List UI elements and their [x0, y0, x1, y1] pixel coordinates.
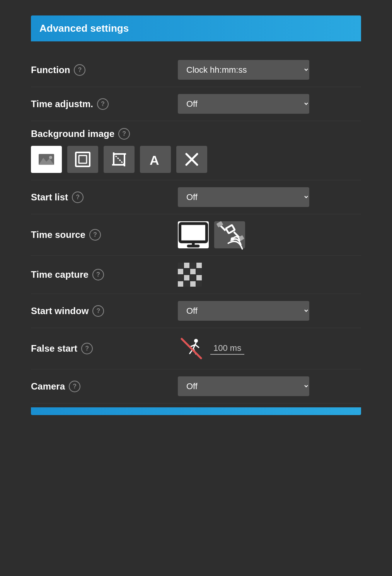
time-source-row: Time source ?: [31, 214, 361, 256]
bg-image-text-button[interactable]: A: [140, 146, 171, 173]
time-capture-help-icon[interactable]: ?: [92, 269, 104, 280]
function-row: Function ? Clock hh:mm:ss: [31, 53, 361, 87]
start-list-control: Off: [178, 187, 361, 207]
svg-rect-3: [76, 152, 90, 166]
time-capture-checker-icon[interactable]: [178, 263, 202, 287]
close-icon: [183, 151, 200, 168]
text-icon: A: [147, 151, 164, 168]
satellite-icon: [214, 219, 245, 250]
background-image-label: Background image: [31, 128, 114, 139]
bg-image-photo-button[interactable]: [31, 146, 62, 173]
false-start-label: False start: [31, 343, 77, 354]
camera-label: Camera: [31, 381, 65, 392]
function-help-icon[interactable]: ?: [74, 64, 85, 76]
function-dropdown[interactable]: Clock hh:mm:ss: [178, 60, 309, 80]
camera-row: Camera ? Off: [31, 369, 361, 403]
camera-control: Off: [178, 376, 361, 396]
time-source-control: [178, 221, 361, 248]
function-label-group: Function ?: [31, 64, 178, 76]
svg-line-28: [182, 339, 201, 358]
screen-icon: [178, 219, 209, 250]
svg-rect-13: [180, 224, 206, 242]
start-window-dropdown[interactable]: Off: [178, 301, 309, 321]
background-image-help-icon[interactable]: ?: [118, 128, 130, 140]
svg-rect-4: [79, 156, 87, 163]
svg-rect-16: [226, 225, 235, 234]
svg-line-27: [195, 345, 199, 348]
time-source-screen-button[interactable]: [178, 221, 209, 248]
advanced-settings-container: Advanced settings Function ? Clock hh:mm…: [31, 15, 361, 561]
svg-point-22: [194, 339, 198, 343]
start-window-control: Off: [178, 301, 361, 321]
start-list-help-icon[interactable]: ?: [72, 191, 84, 203]
time-capture-label-group: Time capture ?: [31, 269, 178, 280]
photo-icon: [38, 151, 55, 168]
false-start-icon[interactable]: [178, 335, 205, 362]
start-list-label-group: Start list ?: [31, 191, 178, 203]
time-adjustment-label-group: Time adjustm. ?: [31, 98, 178, 110]
function-control: Clock hh:mm:ss: [178, 60, 361, 80]
camera-help-icon[interactable]: ?: [69, 381, 80, 392]
start-window-help-icon[interactable]: ?: [92, 305, 104, 317]
time-source-satellite-button[interactable]: [214, 221, 245, 248]
crop-icon: [111, 151, 128, 168]
footer-bar: [31, 407, 361, 415]
bg-image-crop-button[interactable]: [104, 146, 135, 173]
background-image-label-group: Background image ?: [31, 128, 178, 140]
bg-image-clear-button[interactable]: [176, 146, 207, 173]
bg-image-frame-button[interactable]: [67, 146, 98, 173]
time-adjustment-label: Time adjustm.: [31, 99, 93, 109]
time-source-help-icon[interactable]: ?: [89, 229, 101, 241]
frame-icon: [74, 151, 91, 168]
camera-label-group: Camera ?: [31, 381, 178, 392]
time-capture-control: [178, 263, 361, 287]
header-title: Advanced settings: [39, 22, 129, 34]
start-window-row: Start window ? Off: [31, 294, 361, 328]
svg-text:A: A: [150, 153, 159, 168]
time-capture-label: Time capture: [31, 269, 89, 280]
svg-point-2: [49, 156, 52, 159]
start-window-label-group: Start window ?: [31, 305, 178, 317]
time-source-label: Time source: [31, 229, 85, 240]
false-start-label-group: False start ?: [31, 343, 178, 354]
time-capture-row: Time capture ?: [31, 256, 361, 294]
svg-line-9: [114, 154, 124, 165]
time-adjustment-row: Time adjustm. ? Off: [31, 87, 361, 121]
false-start-row: False start ?: [31, 328, 361, 369]
time-adjustment-control: Off: [178, 94, 361, 114]
function-label: Function: [31, 65, 70, 75]
time-adjustment-help-icon[interactable]: ?: [97, 98, 109, 110]
start-list-label: Start list: [31, 192, 68, 203]
background-image-row: Background image ?: [31, 121, 361, 180]
background-image-buttons: A: [31, 146, 207, 173]
start-list-dropdown[interactable]: Off: [178, 187, 309, 207]
false-start-control: 100 ms: [178, 335, 361, 362]
start-list-row: Start list ? Off: [31, 180, 361, 214]
camera-dropdown[interactable]: Off: [178, 376, 309, 396]
svg-point-21: [231, 237, 234, 241]
time-source-label-group: Time source ?: [31, 229, 178, 241]
header: Advanced settings: [31, 15, 361, 41]
start-window-label: Start window: [31, 306, 89, 316]
false-start-value: 100 ms: [210, 342, 244, 355]
false-start-help-icon[interactable]: ?: [81, 343, 93, 354]
time-adjustment-dropdown[interactable]: Off: [178, 94, 309, 114]
